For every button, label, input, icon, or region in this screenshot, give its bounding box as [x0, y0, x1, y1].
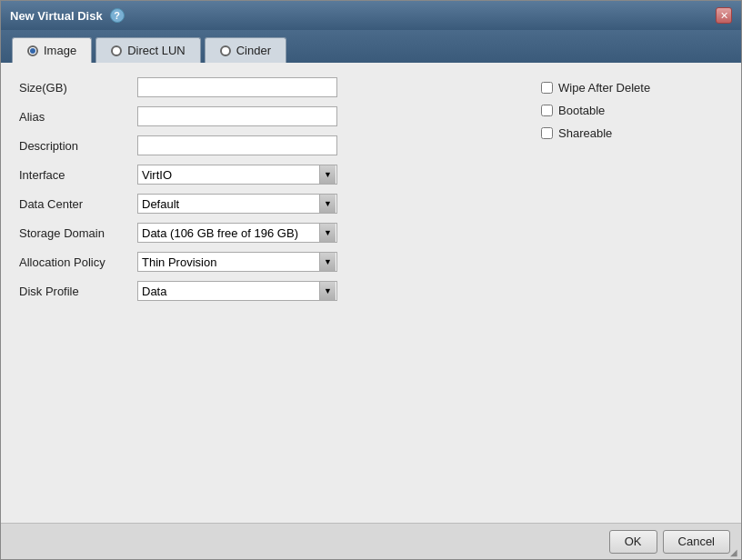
storage-domain-label: Storage Domain [19, 226, 137, 240]
wipe-after-delete-label: Wipe After Delete [558, 81, 650, 95]
tab-cinder-radio [220, 45, 231, 56]
interface-row: Interface VirtIO IDE SATA ▼ [19, 165, 505, 185]
tab-direct-lun[interactable]: Direct LUN [95, 37, 201, 63]
tab-cinder-label: Cinder [236, 44, 271, 57]
tab-cinder[interactable]: Cinder [205, 37, 286, 63]
help-icon[interactable]: ? [110, 8, 125, 23]
data-center-select[interactable]: Default [137, 194, 337, 214]
close-button[interactable]: ✕ [716, 7, 732, 24]
allocation-policy-select-wrapper: Thin Provision Preallocated ▼ [137, 252, 337, 272]
alias-input[interactable] [137, 106, 337, 126]
wipe-after-delete-row: Wipe After Delete [541, 81, 723, 95]
tab-bar: Image Direct LUN Cinder [1, 30, 741, 63]
data-center-row: Data Center Default ▼ [19, 194, 505, 214]
tab-image-label: Image [44, 44, 76, 57]
data-center-label: Data Center [19, 197, 137, 211]
storage-domain-row: Storage Domain Data (106 GB free of 196 … [19, 223, 505, 243]
left-form: Size(GB) Alias Description Interface Vir… [19, 77, 505, 508]
tab-direct-lun-radio [111, 45, 122, 56]
tab-image[interactable]: Image [12, 37, 92, 63]
size-label: Size(GB) [19, 81, 137, 95]
disk-profile-select-wrapper: Data ▼ [137, 281, 337, 301]
bootable-row: Bootable [541, 104, 723, 117]
right-options: Wipe After Delete Bootable Shareable [541, 77, 723, 508]
interface-label: Interface [19, 168, 137, 182]
corner-decoration: ◢ [727, 545, 741, 559]
disk-profile-label: Disk Profile [19, 285, 137, 298]
bottom-bar: OK Cancel [1, 523, 741, 559]
description-row: Description [19, 135, 505, 155]
bootable-label: Bootable [558, 104, 605, 117]
shareable-checkbox[interactable] [541, 127, 553, 139]
dialog-title: New Virtual Disk [10, 9, 103, 23]
disk-profile-row: Disk Profile Data ▼ [19, 281, 505, 301]
interface-select-wrapper: VirtIO IDE SATA ▼ [137, 165, 337, 185]
alias-label: Alias [19, 110, 137, 124]
allocation-policy-row: Allocation Policy Thin Provision Preallo… [19, 252, 505, 272]
tab-image-radio [27, 45, 38, 56]
storage-domain-select-wrapper: Data (106 GB free of 196 GB) ▼ [137, 223, 337, 243]
title-bar: New Virtual Disk ? ✕ [1, 1, 741, 30]
description-label: Description [19, 139, 137, 153]
size-row: Size(GB) [19, 77, 505, 97]
dialog-content: Size(GB) Alias Description Interface Vir… [1, 63, 741, 523]
data-center-select-wrapper: Default ▼ [137, 194, 337, 214]
cancel-button[interactable]: Cancel [663, 530, 730, 554]
size-input[interactable] [137, 77, 337, 97]
disk-profile-select[interactable]: Data [137, 281, 337, 301]
tab-direct-lun-label: Direct LUN [127, 44, 186, 57]
allocation-policy-select[interactable]: Thin Provision Preallocated [137, 252, 337, 272]
ok-button[interactable]: OK [609, 530, 657, 554]
interface-select[interactable]: VirtIO IDE SATA [137, 165, 337, 185]
bootable-checkbox[interactable] [541, 105, 553, 116]
allocation-policy-label: Allocation Policy [19, 255, 137, 269]
description-input[interactable] [137, 135, 337, 155]
alias-row: Alias [19, 106, 505, 126]
wipe-after-delete-checkbox[interactable] [541, 82, 553, 94]
storage-domain-select[interactable]: Data (106 GB free of 196 GB) [137, 223, 337, 243]
title-bar-left: New Virtual Disk ? [10, 8, 125, 23]
shareable-label: Shareable [558, 126, 612, 140]
new-virtual-disk-dialog: New Virtual Disk ? ✕ Image Direct LUN Ci… [0, 0, 742, 560]
shareable-row: Shareable [541, 126, 723, 140]
